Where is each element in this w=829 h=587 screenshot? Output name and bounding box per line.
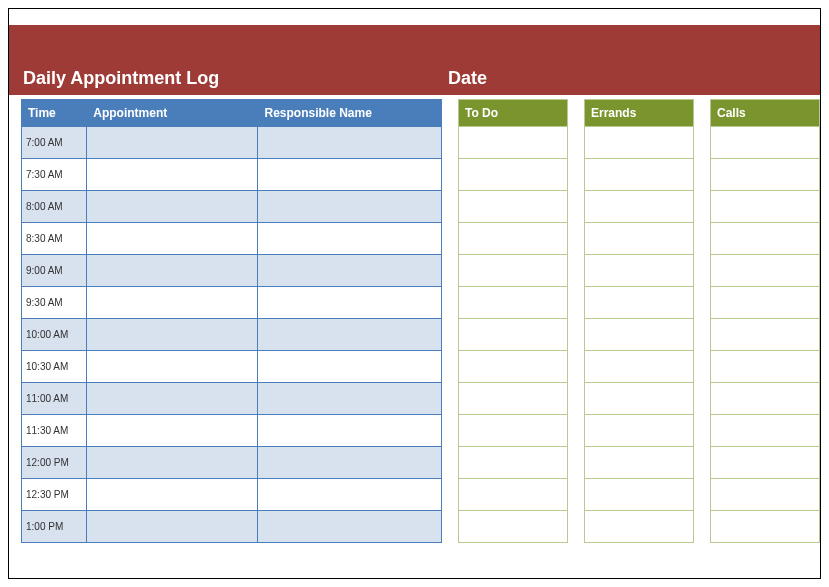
cell-responsible[interactable] xyxy=(258,191,442,223)
side-cell[interactable] xyxy=(585,191,694,223)
cell-time[interactable]: 7:00 AM xyxy=(22,127,87,159)
cell-responsible[interactable] xyxy=(258,159,442,191)
side-cell[interactable] xyxy=(585,383,694,415)
header-banner: Daily Appointment Log Date xyxy=(9,25,820,95)
cell-responsible[interactable] xyxy=(258,511,442,543)
cell-appointment[interactable] xyxy=(87,159,258,191)
side-row xyxy=(585,383,694,415)
side-cell[interactable] xyxy=(459,447,568,479)
side-row xyxy=(585,127,694,159)
appointment-row: 9:30 AM xyxy=(22,287,442,319)
side-cell[interactable] xyxy=(585,287,694,319)
side-cell[interactable] xyxy=(459,127,568,159)
cell-responsible[interactable] xyxy=(258,383,442,415)
side-cell[interactable] xyxy=(585,351,694,383)
cell-time[interactable]: 11:30 AM xyxy=(22,415,87,447)
side-cell[interactable] xyxy=(459,383,568,415)
side-cell[interactable] xyxy=(459,415,568,447)
cell-appointment[interactable] xyxy=(87,447,258,479)
cell-time[interactable]: 12:00 PM xyxy=(22,447,87,479)
side-cell[interactable] xyxy=(459,479,568,511)
side-cell[interactable] xyxy=(459,511,568,543)
side-cell[interactable] xyxy=(711,255,820,287)
cell-time[interactable]: 8:30 AM xyxy=(22,223,87,255)
side-row xyxy=(711,159,820,191)
side-row xyxy=(585,287,694,319)
appointment-row: 8:00 AM xyxy=(22,191,442,223)
cell-time[interactable]: 9:30 AM xyxy=(22,287,87,319)
side-cell[interactable] xyxy=(711,383,820,415)
side-cell[interactable] xyxy=(585,511,694,543)
content-area: Time Appointment Responsible Name 7:00 A… xyxy=(9,95,820,543)
side-row xyxy=(585,255,694,287)
cell-responsible[interactable] xyxy=(258,479,442,511)
appointment-header-row: Time Appointment Responsible Name xyxy=(22,100,442,127)
cell-appointment[interactable] xyxy=(87,191,258,223)
appointment-row: 1:00 PM xyxy=(22,511,442,543)
side-cell[interactable] xyxy=(711,351,820,383)
cell-appointment[interactable] xyxy=(87,223,258,255)
cell-appointment[interactable] xyxy=(87,383,258,415)
side-cell[interactable] xyxy=(585,319,694,351)
side-cell[interactable] xyxy=(585,223,694,255)
side-cell[interactable] xyxy=(711,479,820,511)
side-cell[interactable] xyxy=(459,351,568,383)
cell-time[interactable]: 1:00 PM xyxy=(22,511,87,543)
cell-time[interactable]: 12:30 PM xyxy=(22,479,87,511)
side-cell[interactable] xyxy=(585,415,694,447)
cell-time[interactable]: 10:30 AM xyxy=(22,351,87,383)
side-cell[interactable] xyxy=(711,287,820,319)
cell-time[interactable]: 11:00 AM xyxy=(22,383,87,415)
cell-responsible[interactable] xyxy=(258,415,442,447)
side-cell[interactable] xyxy=(585,159,694,191)
cell-appointment[interactable] xyxy=(87,319,258,351)
cell-time[interactable]: 10:00 AM xyxy=(22,319,87,351)
side-cell[interactable] xyxy=(711,415,820,447)
cell-responsible[interactable] xyxy=(258,223,442,255)
side-cell[interactable] xyxy=(459,223,568,255)
cell-appointment[interactable] xyxy=(87,255,258,287)
side-cell[interactable] xyxy=(711,191,820,223)
appointment-panel: Time Appointment Responsible Name 7:00 A… xyxy=(21,99,442,543)
cell-appointment[interactable] xyxy=(87,511,258,543)
cell-appointment[interactable] xyxy=(87,479,258,511)
side-cell[interactable] xyxy=(459,319,568,351)
side-cell[interactable] xyxy=(585,479,694,511)
side-cell[interactable] xyxy=(585,127,694,159)
side-row xyxy=(585,479,694,511)
side-row xyxy=(459,383,568,415)
banner-title: Daily Appointment Log xyxy=(9,68,434,89)
appointment-row: 10:30 AM xyxy=(22,351,442,383)
cell-time[interactable]: 7:30 AM xyxy=(22,159,87,191)
cell-appointment[interactable] xyxy=(87,351,258,383)
cell-responsible[interactable] xyxy=(258,255,442,287)
side-cell[interactable] xyxy=(711,319,820,351)
cell-time[interactable]: 8:00 AM xyxy=(22,191,87,223)
side-cell[interactable] xyxy=(711,511,820,543)
cell-responsible[interactable] xyxy=(258,287,442,319)
cell-responsible[interactable] xyxy=(258,127,442,159)
appointment-row: 9:00 AM xyxy=(22,255,442,287)
cell-appointment[interactable] xyxy=(87,415,258,447)
side-cell[interactable] xyxy=(459,287,568,319)
side-cell[interactable] xyxy=(585,255,694,287)
side-table: Calls xyxy=(710,99,820,543)
side-cell[interactable] xyxy=(459,159,568,191)
side-cell[interactable] xyxy=(711,127,820,159)
side-column: To Do xyxy=(458,99,568,543)
side-row xyxy=(459,255,568,287)
side-cell[interactable] xyxy=(585,447,694,479)
side-cell[interactable] xyxy=(459,191,568,223)
cell-responsible[interactable] xyxy=(258,319,442,351)
side-cell[interactable] xyxy=(459,255,568,287)
side-row xyxy=(711,319,820,351)
cell-time[interactable]: 9:00 AM xyxy=(22,255,87,287)
side-cell[interactable] xyxy=(711,159,820,191)
side-cell[interactable] xyxy=(711,447,820,479)
cell-appointment[interactable] xyxy=(87,287,258,319)
cell-responsible[interactable] xyxy=(258,447,442,479)
cell-appointment[interactable] xyxy=(87,127,258,159)
side-row xyxy=(711,415,820,447)
side-cell[interactable] xyxy=(711,223,820,255)
cell-responsible[interactable] xyxy=(258,351,442,383)
